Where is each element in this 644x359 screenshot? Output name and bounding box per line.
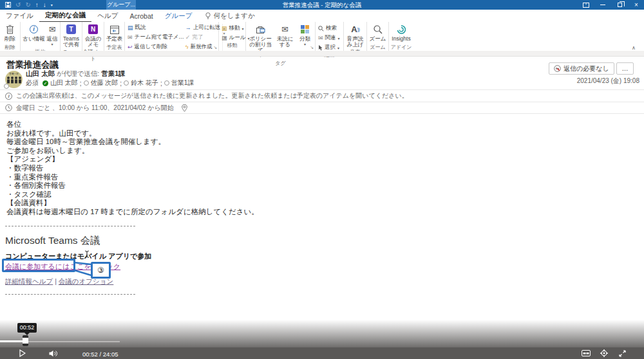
recurrence-text: 金曜日 ごと 、10:00 から 11:00、2021/04/02 から開始 <box>16 104 174 113</box>
info-circle-icon: i <box>30 25 38 33</box>
tab-file[interactable]: ファイル <box>0 10 39 22</box>
required-label: 必須 <box>26 78 39 87</box>
no-reply-needed-button[interactable]: 返信の必要なし <box>549 62 614 75</box>
ribbon-group-meeting-notes: N 会議のメモ 会議ノート <box>82 22 104 51</box>
dialog-launcher-icon[interactable]: ↘ <box>213 45 217 50</box>
play-button[interactable] <box>19 349 26 357</box>
quick-step-label: チーム宛て電子メ… <box>135 33 184 41</box>
volume-button[interactable] <box>49 349 59 357</box>
no-reply-icon <box>554 65 561 72</box>
attendee-name[interactable]: 営業1課 <box>171 78 194 87</box>
ribbon-tabs: ファイル 定期的な会議 ヘルプ Acrobat グループ 何をしますか <box>0 10 644 22</box>
settings-button[interactable] <box>600 349 608 357</box>
attendee-name[interactable]: 鈴木 花子 <box>131 78 158 87</box>
onenote-icon: N <box>88 24 98 34</box>
contextual-tab-group-header[interactable]: グループ... <box>106 0 136 10</box>
quick-step-reply-delete[interactable]: ↩返信して削除 <box>128 43 184 51</box>
folder-move-icon: ▨ <box>222 25 227 32</box>
new-icon: ϟ <box>185 44 189 50</box>
attendee-name[interactable]: 山田 太郎 <box>50 78 78 87</box>
quick-step-forward-boss[interactable]: →上司に転送 <box>185 24 221 32</box>
body-line: ・タスク確認 <box>6 190 259 199</box>
undo-icon[interactable]: ↺ <box>15 1 21 8</box>
captions-button[interactable] <box>582 349 591 357</box>
body-line: 【アジェンダ】 <box>6 155 259 164</box>
qat-customize-icon[interactable]: ▾ <box>51 3 53 7</box>
read-aloud-button[interactable]: A)) 音声読み上げ <box>344 23 366 48</box>
delete-button[interactable]: 削除 <box>4 23 16 42</box>
read-icon: ▤ <box>128 24 133 31</box>
tell-me-box[interactable]: 何をしますか <box>205 12 254 21</box>
old-info-button[interactable]: i 古い情報 <box>22 23 45 42</box>
body-line: お疲れ様です。山田です。 <box>6 129 259 138</box>
group-label-tags: タグ <box>246 60 315 67</box>
attendee-name[interactable]: 佐藤 次郎 <box>91 78 118 87</box>
avatar-figures <box>5 75 23 84</box>
restore-icon[interactable] <box>616 1 623 8</box>
move-down-icon[interactable]: ↓ <box>43 1 46 8</box>
no-reply-label: 返信の必要なし <box>564 64 609 73</box>
sender-name[interactable]: 山田 太郎 <box>26 69 55 77</box>
calendar-button[interactable]: 予定表 <box>106 23 124 42</box>
seek-handle[interactable] <box>23 335 28 346</box>
redo-icon[interactable]: ↻ <box>25 1 30 8</box>
window-title: 営業推進会議 - 定期的な会議 <box>193 0 451 10</box>
quick-step-label: 上司に転送 <box>193 24 221 32</box>
seek-bar-buffered[interactable] <box>28 341 120 342</box>
ribbon-group-delete: 削除 削除 <box>0 22 21 51</box>
share-to-teams-button[interactable]: T Teams で共有 <box>61 23 82 48</box>
body-line: 毎週金曜日 10時～営業推進会議を開催します。 <box>6 138 259 147</box>
read-aloud-label: 音声読み上げ <box>345 36 366 48</box>
titlebar: ↺ ↻ ↑ ↓ ▾ グループ... 営業推進会議 - 定期的な会議 ⌃ × <box>0 0 644 10</box>
teams-help-link[interactable]: 詳細情報ヘルプ <box>5 277 53 285</box>
tab-help[interactable]: ヘルプ <box>91 10 124 22</box>
insights-button[interactable]: Insights <box>391 23 411 42</box>
save-icon[interactable] <box>5 2 11 8</box>
tab-acrobat[interactable]: Acrobat <box>124 11 158 21</box>
fullscreen-button[interactable] <box>619 349 626 357</box>
related-button[interactable]: ✉関連▾ <box>318 34 343 42</box>
collapse-ribbon-icon[interactable]: ∧ <box>632 45 636 51</box>
meeting-notes-button[interactable]: N 会議のメモ <box>82 23 104 48</box>
quick-access-toolbar: ↺ ↻ ↑ ↓ ▾ <box>5 0 53 10</box>
close-icon[interactable]: × <box>632 1 640 8</box>
categorize-label: 分類 <box>299 36 310 42</box>
zoom-button[interactable]: ズーム <box>369 23 387 42</box>
more-actions-button[interactable]: … <box>616 62 634 75</box>
mark-unread-button[interactable]: ✉ 未読にする <box>274 23 296 48</box>
minimize-icon[interactable] <box>599 1 607 8</box>
update-banner: i この会議出席依頼は、このメッセージが送信された後に更新されました。更新された… <box>0 89 644 102</box>
separator: ; <box>120 80 122 87</box>
seek-bar-played[interactable] <box>0 340 23 342</box>
group-label-delete: 削除 <box>0 44 20 51</box>
calendar-icon <box>110 25 119 34</box>
ribbon: 削除 削除 i 古い情報 ✉ 返信 ▾ 返信 T Teams で共有 Teams <box>0 22 644 51</box>
insights-label: Insights <box>392 36 410 42</box>
tab-group[interactable]: グループ <box>159 10 198 22</box>
ribbon-display-options-icon[interactable]: ⌃ <box>582 1 590 8</box>
find-button[interactable]: 検索 <box>318 24 343 32</box>
on-behalf-text: が代理で送信: <box>57 69 99 77</box>
forward-icon: → <box>185 24 191 31</box>
reply-button[interactable]: ✉ 返信 ▾ <box>46 23 59 48</box>
organizer-name[interactable]: 営業1課 <box>101 69 125 77</box>
window-controls: ⌃ × <box>582 0 640 10</box>
separator: ; <box>160 80 162 87</box>
tab-recurring-meeting[interactable]: 定期的な会議 <box>39 10 91 23</box>
ribbon-group-calendar: 予定表 予定表 <box>104 22 125 51</box>
ribbon-group-zoom: ズーム ズーム <box>367 22 389 51</box>
insights-icon <box>397 25 406 34</box>
move-up-icon[interactable]: ↑ <box>35 1 39 8</box>
move-button[interactable]: ▨移動▾ <box>222 24 245 32</box>
quick-step-team-email[interactable]: ✉チーム宛て電子メ… <box>128 33 184 41</box>
quick-step-read[interactable]: ▤既読 <box>128 24 184 32</box>
chevron-down-icon: ▾ <box>338 36 340 41</box>
quick-step-done[interactable]: ✓完了 <box>185 33 221 41</box>
rules-button[interactable]: ▤ルール▾ <box>222 34 245 42</box>
dialog-launcher-icon[interactable]: ↘ <box>310 45 314 50</box>
body-line: ・数字報告 <box>6 164 259 173</box>
time-display: 00:52 / 24:05 <box>82 351 118 358</box>
trash-icon <box>6 24 14 34</box>
group-label-addins: アドイン <box>389 44 413 51</box>
accepted-check-icon: ✓ <box>43 80 48 86</box>
